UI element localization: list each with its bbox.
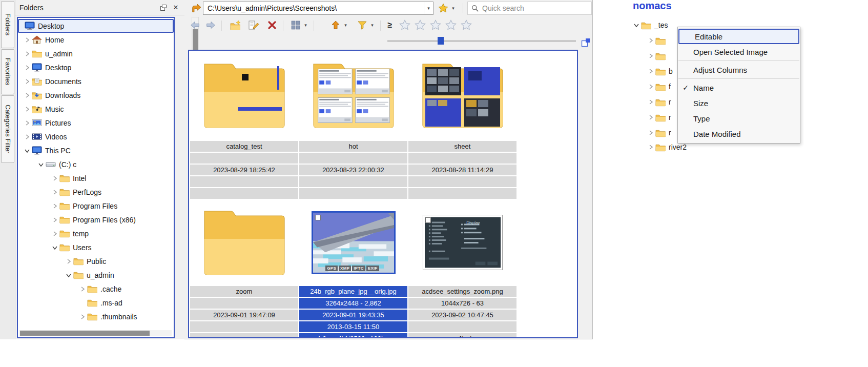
- tree-item-program-files-x86[interactable]: Program Files (x86): [18, 213, 174, 227]
- tree-item-perflogs[interactable]: PerfLogs: [18, 185, 174, 199]
- chevron-down-icon[interactable]: [633, 22, 640, 29]
- chevron-right-icon[interactable]: [51, 216, 58, 223]
- tree-horizontal-scrollbar[interactable]: [19, 330, 172, 336]
- menu-item-adjust-columns[interactable]: Adjust Columns: [678, 62, 800, 77]
- quick-search-input[interactable]: [482, 4, 588, 12]
- menu-item-size[interactable]: Size: [678, 95, 800, 111]
- chevron-right-icon[interactable]: [51, 202, 58, 210]
- thumbnail-checkbox[interactable]: [315, 215, 321, 220]
- nomacs-tree-item[interactable]: [647, 49, 669, 63]
- tree-item-videos[interactable]: Videos: [18, 130, 174, 144]
- chevron-right-icon[interactable]: [24, 36, 31, 44]
- tree-item-program-files[interactable]: Program Files: [18, 199, 174, 213]
- rating-star-icon[interactable]: [445, 19, 457, 31]
- chevron-right-icon[interactable]: [24, 50, 31, 57]
- menu-item-date-modified[interactable]: Date Modified: [678, 126, 800, 141]
- chevron-right-icon[interactable]: [79, 286, 86, 293]
- grid-item-acdsee-settings[interactable]: Display acdsee_settings_zoom.png 1044x72…: [408, 200, 516, 338]
- tree-item-pictures[interactable]: Pictures: [18, 116, 174, 130]
- rating-compare-operator[interactable]: ≥: [384, 19, 396, 31]
- tree-item-intel[interactable]: Intel: [18, 171, 174, 185]
- chevron-right-icon[interactable]: [24, 92, 31, 99]
- tab-categories-filter[interactable]: Categories Filter: [1, 95, 14, 163]
- view-mode-dropdown-arrow[interactable]: ▾: [302, 18, 309, 32]
- chevron-right-icon[interactable]: [24, 133, 31, 140]
- filter-button[interactable]: [355, 18, 370, 32]
- grid-item-catalog-test[interactable]: catalog_test 2023-08-29 18:25:42: [190, 51, 298, 199]
- thumbnail-zoom-slider-handle[interactable]: [438, 37, 444, 45]
- tree-item-u-admin2[interactable]: u_admin: [18, 268, 174, 282]
- back-button[interactable]: [188, 18, 203, 32]
- grid-item-plane-selected[interactable]: GPS XMP IPTC EXIF 24b_rgb_plane_jpg__ori…: [299, 200, 407, 338]
- chevron-right-icon[interactable]: [79, 313, 86, 320]
- tree-item-downloads[interactable]: Downloads: [18, 88, 174, 102]
- rating-star-icon[interactable]: [414, 19, 426, 31]
- chevron-down-icon[interactable]: [24, 147, 31, 154]
- tree-item-temp[interactable]: temp: [18, 227, 174, 240]
- chevron-right-icon[interactable]: [51, 230, 58, 237]
- scrollbar-thumb[interactable]: [20, 331, 150, 336]
- nomacs-tree-root[interactable]: _tes: [633, 18, 668, 32]
- tree-item-this-pc[interactable]: This PC: [18, 144, 174, 157]
- tree-item-music[interactable]: Music: [18, 102, 174, 116]
- nomacs-tree-item[interactable]: r: [647, 95, 671, 109]
- tree-item-ms-ad[interactable]: .ms-ad: [18, 296, 174, 310]
- rating-star-icon[interactable]: [399, 19, 411, 31]
- go-up-dropdown-arrow[interactable]: ▾: [342, 18, 349, 32]
- thumbnail-size-button[interactable]: [578, 36, 593, 49]
- tab-favorites[interactable]: Favorites: [1, 49, 14, 94]
- chevron-right-icon[interactable]: [24, 119, 31, 127]
- chevron-right-icon[interactable]: [647, 68, 654, 75]
- tree-item-desktop[interactable]: Desktop: [18, 19, 174, 33]
- go-up-button[interactable]: [328, 18, 343, 32]
- chevron-right-icon[interactable]: [647, 37, 654, 44]
- edit-button[interactable]: [246, 18, 261, 32]
- menu-item-open-selected-image[interactable]: Open Selected Image: [678, 44, 800, 59]
- favorites-dropdown-arrow[interactable]: ▾: [450, 2, 457, 15]
- close-panel-button[interactable]: ✕: [171, 3, 180, 12]
- thumbnail-zoom-slider-track[interactable]: [387, 40, 576, 42]
- chevron-right-icon[interactable]: [24, 106, 31, 113]
- chevron-right-icon[interactable]: [647, 83, 654, 90]
- address-input[interactable]: [203, 4, 424, 12]
- tree-item-u-admin[interactable]: u_admin: [18, 47, 174, 60]
- chevron-down-icon[interactable]: [51, 244, 58, 251]
- tree-item-desktop2[interactable]: Desktop: [18, 60, 174, 74]
- nomacs-tree-item[interactable]: b: [647, 65, 673, 78]
- delete-button[interactable]: [264, 18, 280, 32]
- nomacs-tree-item[interactable]: r: [647, 126, 671, 139]
- tree-item-cache[interactable]: .cache: [18, 282, 174, 296]
- chevron-right-icon[interactable]: [647, 52, 654, 59]
- chevron-right-icon[interactable]: [51, 175, 58, 182]
- nomacs-tree-item[interactable]: r: [647, 111, 671, 124]
- nomacs-tree-item[interactable]: [647, 34, 669, 47]
- tree-item-home[interactable]: Home: [18, 33, 174, 47]
- nomacs-tree-item[interactable]: f: [647, 80, 671, 93]
- forward-button[interactable]: [203, 18, 218, 32]
- grid-item-hot[interactable]: hot 2023-08-23 22:00:32: [299, 51, 407, 199]
- chevron-right-icon[interactable]: [65, 258, 72, 265]
- menu-item-name[interactable]: ✓Name: [678, 80, 800, 95]
- chevron-right-icon[interactable]: [24, 64, 31, 71]
- tree-item-public[interactable]: Public: [18, 254, 174, 268]
- chevron-down-icon[interactable]: [65, 272, 72, 279]
- grid-item-sheet[interactable]: sheet 2023-08-28 11:14:29: [408, 51, 516, 199]
- tab-folders[interactable]: Folders: [1, 1, 14, 48]
- up-directory-button[interactable]: [189, 2, 204, 15]
- chevron-right-icon[interactable]: [51, 189, 58, 196]
- menu-item-type[interactable]: Type: [678, 111, 800, 126]
- chevron-down-icon[interactable]: [37, 161, 45, 168]
- tree-item-c-drive[interactable]: (C:) c: [18, 157, 174, 171]
- tree-item-thumbnails[interactable]: .thumbnails: [18, 310, 174, 323]
- rating-star-icon[interactable]: [460, 19, 472, 31]
- chevron-right-icon[interactable]: [24, 78, 31, 85]
- filter-dropdown-arrow[interactable]: ▾: [369, 18, 376, 32]
- rating-star-icon[interactable]: [429, 19, 442, 31]
- chevron-right-icon[interactable]: [647, 114, 654, 121]
- tree-item-documents[interactable]: Documents: [18, 74, 174, 88]
- chevron-right-icon[interactable]: [647, 129, 654, 136]
- view-mode-button[interactable]: [288, 18, 303, 32]
- chevron-right-icon[interactable]: [647, 144, 654, 151]
- thumbnail-checkbox[interactable]: [425, 217, 431, 223]
- menu-item-editable[interactable]: Editable: [678, 29, 799, 44]
